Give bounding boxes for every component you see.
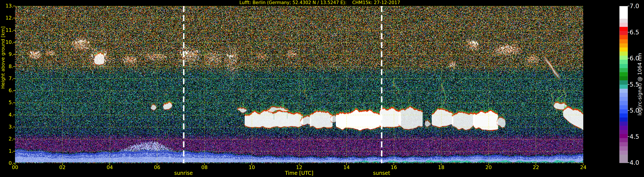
colorbar-segment xyxy=(620,105,628,109)
colorbar-segment xyxy=(620,19,628,23)
colorbar-segment xyxy=(620,122,628,126)
colorbar-tick-mark xyxy=(628,162,630,163)
colorbar-tick-mark xyxy=(628,6,630,6)
colorbar-segment xyxy=(620,80,628,84)
x-tick-label: 10 xyxy=(245,164,258,170)
x-tick-mark xyxy=(583,163,584,165)
backscatter-heatmap-canvas xyxy=(15,6,583,163)
x-tick-mark xyxy=(110,163,110,165)
x-axis-label: Time [UTC] xyxy=(278,170,320,176)
colorbar-segment xyxy=(620,85,628,89)
x-tick-mark xyxy=(157,163,157,165)
colorbar-segment xyxy=(620,126,628,130)
colorbar-tick-label: 6.0 xyxy=(630,55,644,62)
y-tick-label: 7. xyxy=(1,76,13,81)
y-tick-mark xyxy=(13,54,15,55)
colorbar-segment xyxy=(620,56,628,60)
y-tick-label: 10. xyxy=(1,39,13,45)
y-tick-label: 5. xyxy=(1,100,13,105)
x-tick-mark xyxy=(62,163,63,165)
colorbar-segment xyxy=(620,117,628,122)
colorbar xyxy=(619,6,628,163)
x-tick-label: 12 xyxy=(293,164,306,170)
y-tick-mark xyxy=(13,30,15,31)
x-tick-label: 02 xyxy=(56,164,69,170)
colorbar-segment xyxy=(620,10,628,14)
x-tick-mark xyxy=(204,163,205,165)
y-tick-mark xyxy=(13,78,15,79)
colorbar-tick-mark xyxy=(628,58,630,58)
y-tick-mark xyxy=(13,127,15,127)
x-tick-label: 16 xyxy=(387,164,400,170)
x-tick-mark xyxy=(299,163,299,165)
colorbar-segment xyxy=(620,35,628,39)
x-tick-mark xyxy=(346,163,347,165)
colorbar-segment xyxy=(620,31,628,35)
colorbar-segment xyxy=(620,146,628,150)
ceilometer-quicklook-figure: Lufft: Berlin (Germany; 52.4302 N / 13.5… xyxy=(0,0,644,177)
colorbar-tick-mark xyxy=(628,84,630,85)
y-tick-mark xyxy=(13,6,15,6)
y-tick-mark xyxy=(13,42,15,43)
y-tick-label: 11. xyxy=(1,27,13,33)
colorbar-segment xyxy=(620,72,628,76)
colorbar-segment xyxy=(620,68,628,72)
y-tick-mark xyxy=(13,18,15,18)
colorbar-tick-label: 4.5 xyxy=(630,133,644,140)
colorbar-segment xyxy=(620,150,628,155)
sunrise-annotation: sunrise xyxy=(162,170,205,176)
colorbar-segment xyxy=(620,76,628,80)
x-tick-mark xyxy=(441,163,442,165)
y-tick-label: 9. xyxy=(1,51,13,57)
colorbar-tick-mark xyxy=(628,32,630,33)
y-tick-label: 13. xyxy=(1,3,13,9)
x-tick-mark xyxy=(15,163,15,165)
colorbar-segment xyxy=(620,159,628,163)
colorbar-segment xyxy=(620,155,628,159)
y-tick-label: 4. xyxy=(1,112,13,117)
colorbar-segment xyxy=(620,48,628,52)
sunset-annotation: sunset xyxy=(360,170,403,176)
x-tick-label: 20 xyxy=(482,164,495,170)
colorbar-segment xyxy=(620,60,628,64)
y-tick-label: 3. xyxy=(1,124,13,129)
colorbar-segment xyxy=(620,64,628,68)
x-tick-label: 04 xyxy=(103,164,116,170)
colorbar-segment xyxy=(620,109,628,113)
colorbar-tick-label: 5.0 xyxy=(630,107,644,114)
colorbar-segment xyxy=(620,52,628,56)
y-tick-label: 12. xyxy=(1,15,13,21)
x-tick-mark xyxy=(394,163,394,165)
y-tick-mark xyxy=(13,139,15,139)
colorbar-segment xyxy=(620,14,628,19)
colorbar-segment xyxy=(620,6,628,10)
colorbar-segment xyxy=(620,89,628,93)
x-tick-label: 06 xyxy=(151,164,164,170)
y-tick-mark xyxy=(13,102,15,103)
y-tick-label: 2. xyxy=(1,136,13,141)
y-tick-label: 1. xyxy=(1,148,13,154)
x-tick-label: 24 xyxy=(577,164,590,170)
colorbar-tick-mark xyxy=(628,110,630,111)
x-tick-label: 08 xyxy=(198,164,211,170)
colorbar-segment xyxy=(620,43,628,48)
x-tick-label: 22 xyxy=(530,164,542,170)
colorbar-segment xyxy=(620,23,628,27)
colorbar-segment xyxy=(620,113,628,117)
colorbar-tick-label: 7.0 xyxy=(630,3,644,10)
colorbar-segment xyxy=(620,97,628,101)
colorbar-segment xyxy=(620,93,628,97)
colorbar-segment xyxy=(620,39,628,43)
colorbar-tick-mark xyxy=(628,136,630,137)
x-tick-label: 18 xyxy=(435,164,448,170)
colorbar-tick-label: 6.5 xyxy=(630,29,644,36)
colorbar-segment xyxy=(620,134,628,138)
colorbar-segment xyxy=(620,130,628,134)
colorbar-segment xyxy=(620,101,628,105)
colorbar-segment xyxy=(620,138,628,142)
x-tick-label: 00 xyxy=(8,164,22,170)
colorbar-segment xyxy=(620,142,628,146)
plot-title: Lufft: Berlin (Germany; 52.4302 N / 13.5… xyxy=(4,0,635,5)
y-tick-label: 8. xyxy=(1,64,13,69)
x-tick-label: 14 xyxy=(340,164,353,170)
